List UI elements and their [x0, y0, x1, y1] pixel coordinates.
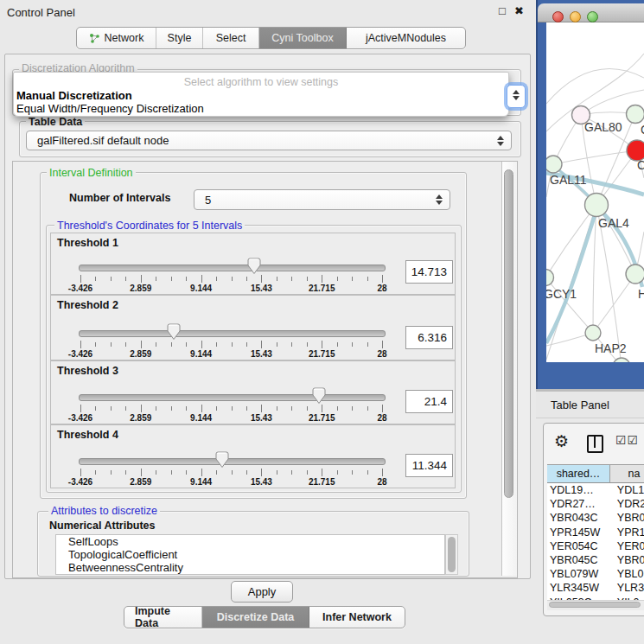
slider-tick — [232, 470, 233, 475]
network-node-gal4[interactable] — [585, 194, 609, 217]
slider-tick — [80, 405, 81, 412]
network-node-gcy1[interactable] — [546, 270, 554, 286]
attributes-list-scrollbar-thumb[interactable] — [448, 537, 456, 572]
cell-shared-name[interactable]: YBR045C — [547, 554, 612, 566]
cell-name[interactable]: YDL1 — [612, 484, 644, 496]
tab-infer-network[interactable]: Infer Network — [309, 607, 405, 628]
table-row[interactable]: YBR045CYBR0 — [547, 553, 644, 567]
zoom-traffic-icon[interactable] — [587, 11, 598, 22]
network-node-ga[interactable] — [627, 105, 644, 124]
tab-discretize-data[interactable]: Discretize Data — [202, 607, 309, 628]
table-row[interactable]: YDR27…YDR2 — [547, 497, 644, 511]
tab-jactivemnodules[interactable]: jActiveMNodules — [347, 28, 465, 48]
slider-tick — [337, 470, 338, 475]
threshold-2-value-field[interactable]: 6.316 — [405, 326, 453, 349]
cell-name[interactable]: YBR0 — [612, 512, 644, 524]
network-node-hap2[interactable] — [585, 325, 601, 341]
column-header-shared-name[interactable]: shared… — [547, 464, 610, 483]
select-columns-icon[interactable]: ☑☑ — [615, 433, 639, 447]
slider-tick — [246, 277, 247, 281]
slider-tick — [277, 406, 277, 411]
tab-cyni-toolbox[interactable]: Cyni Toolbox — [259, 28, 347, 48]
dropdown-option-manual[interactable]: Manual Discretization — [16, 89, 132, 102]
cell-shared-name[interactable]: YBR043C — [547, 512, 612, 524]
minimize-traffic-icon[interactable] — [570, 11, 581, 22]
slider-tick — [277, 277, 277, 281]
table-row[interactable]: YPR145WYPR1 — [547, 526, 644, 539]
float-window-icon[interactable]: □ — [499, 5, 506, 17]
cell-shared-name[interactable]: YBL079W — [547, 568, 612, 580]
apply-button[interactable]: Apply — [231, 581, 293, 603]
slider-tick — [201, 275, 202, 283]
table-data-combobox[interactable]: galFiltered.sif default node — [26, 131, 512, 150]
dropdown-hint-item[interactable]: Select algorithm to view settings — [14, 76, 508, 88]
tab-style[interactable]: Style — [156, 28, 203, 48]
cell-shared-name[interactable]: YDR27… — [547, 498, 612, 510]
threshold-2-slider[interactable] — [79, 330, 386, 337]
table-row[interactable]: YBL079WYBL0 — [547, 567, 644, 581]
slider-thumb[interactable] — [312, 387, 326, 405]
close-icon[interactable]: ✖ — [514, 5, 524, 17]
tab-select[interactable]: Select — [203, 28, 259, 48]
threshold-4-slider[interactable] — [79, 458, 386, 465]
network-canvas[interactable]: GAL80GACGAL11GAL4GCY1HHAP2 — [546, 22, 644, 362]
slider-tick — [352, 277, 353, 281]
threshold-3-panel: Threshold 3 21.4 -3.4262.8599.14415.4321… — [50, 360, 456, 424]
network-node-h[interactable] — [626, 265, 644, 284]
cell-name[interactable]: YBR0 — [612, 554, 644, 566]
slider-tick-label: 2.859 — [115, 284, 167, 293]
cell-shared-name[interactable]: YLR345W — [547, 582, 612, 594]
cell-shared-name[interactable]: YPR145W — [547, 526, 612, 539]
slider-tick — [171, 277, 172, 281]
table-row[interactable]: YDL19…YDL1 — [547, 483, 644, 497]
close-traffic-icon[interactable] — [552, 11, 564, 22]
threshold-4-value-field[interactable]: 11.344 — [405, 454, 453, 477]
slider-tick — [141, 469, 142, 476]
table-horizontal-scrollbar-thumb[interactable] — [549, 602, 641, 608]
table-header-row: shared… na — [547, 464, 644, 483]
column-header-name[interactable]: na — [610, 464, 644, 483]
algorithm-combobox[interactable] — [507, 85, 526, 108]
network-window-titlebar[interactable] — [538, 3, 644, 22]
cell-name[interactable]: YBL0 — [612, 568, 644, 580]
table-row[interactable]: YER054CYER0 — [547, 539, 644, 553]
threshold-2-panel: Threshold 2 6.316 -3.4262.8599.14415.432… — [50, 295, 456, 360]
attribute-list-item[interactable]: TopologicalCoefficient — [56, 548, 444, 561]
cell-shared-name[interactable]: YER054C — [547, 540, 612, 552]
numerical-attributes-list[interactable]: SelfLoopsTopologicalCoefficientBetweenne… — [55, 534, 445, 575]
table-row[interactable]: YLR345WYLR3 — [547, 581, 644, 595]
threshold-1-value-field[interactable]: 14.713 — [405, 260, 453, 284]
table-body[interactable]: YDL19…YDL1YDR27…YDR2YBR043CYBR0YPR145WYP… — [547, 483, 644, 600]
gear-icon[interactable]: ⚙ — [554, 432, 569, 451]
cell-name[interactable]: YDR2 — [612, 498, 644, 510]
split-columns-icon[interactable] — [587, 435, 603, 453]
bottom-tabbar: Impute Data Discretize Data Infer Networ… — [124, 606, 405, 628]
threshold-1-slider[interactable] — [79, 265, 386, 271]
table-row[interactable]: YBR043CYBR0 — [547, 511, 644, 525]
attribute-list-item[interactable]: BetweennessCentrality — [56, 561, 444, 574]
threshold-3-value-field[interactable]: 21.4 — [405, 390, 453, 413]
tab-cyni-toolbox-label: Cyni Toolbox — [271, 32, 333, 44]
threshold-3-slider[interactable] — [79, 394, 386, 401]
number-of-intervals-combobox[interactable]: 5 — [194, 189, 450, 210]
slider-tick — [95, 277, 96, 281]
screen: Control Panel □ ✖ Network Style Select C… — [0, 0, 644, 644]
tab-network[interactable]: Network — [77, 28, 156, 48]
slider-thumb[interactable] — [167, 323, 181, 341]
slider-tick — [337, 342, 338, 347]
cell-shared-name[interactable]: YDL19… — [547, 484, 612, 496]
tab-impute-data[interactable]: Impute Data — [124, 607, 202, 628]
network-node[interactable] — [613, 358, 630, 362]
cell-name[interactable]: YPR1 — [612, 526, 644, 539]
slider-tick — [246, 342, 247, 347]
network-node-gal11[interactable] — [546, 156, 562, 173]
attribute-list-item[interactable]: SelfLoops — [56, 535, 444, 548]
slider-thumb[interactable] — [247, 258, 261, 275]
dropdown-option-equal-width[interactable]: Equal Width/Frequency Discretization — [16, 102, 204, 115]
cell-name[interactable]: YLR3 — [612, 582, 644, 594]
slider-thumb[interactable] — [215, 451, 229, 469]
vertical-scrollbar-thumb[interactable] — [504, 169, 513, 498]
cell-name[interactable]: YER0 — [612, 540, 644, 552]
number-of-intervals-value: 5 — [194, 194, 434, 207]
slider-tick — [291, 470, 292, 475]
